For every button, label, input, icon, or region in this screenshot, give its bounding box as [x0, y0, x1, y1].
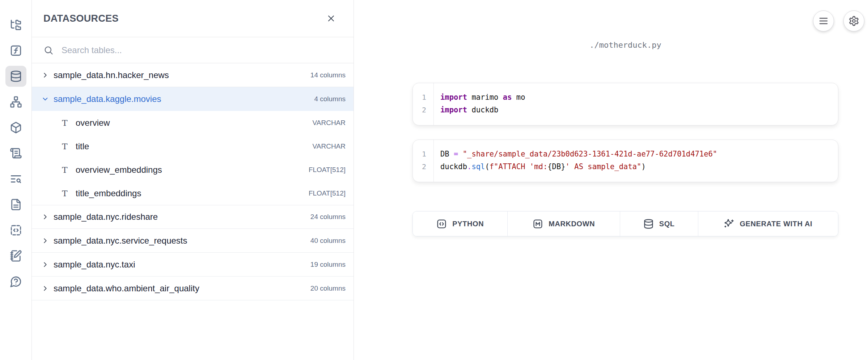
close-icon [326, 13, 336, 23]
code-token: mo [512, 93, 525, 102]
button-label: PYTHON [452, 220, 484, 228]
table-name: sample_data.nyc.rideshare [54, 212, 158, 222]
chevron-right-icon[interactable] [41, 284, 49, 292]
sidebar-item-documentation[interactable] [5, 194, 26, 215]
code-token: import [440, 93, 467, 102]
table-name: sample_data.nyc.taxi [54, 260, 135, 270]
table-columns-count: 4 columns [314, 95, 346, 103]
text-type-icon: T [60, 165, 70, 175]
table-row[interactable]: sample_data.who.ambient_air_quality 20 c… [32, 277, 353, 300]
column-row[interactable]: T overview VARCHAR [32, 111, 353, 134]
sidebar-item-packages[interactable] [5, 117, 26, 138]
close-panel-button[interactable] [323, 10, 339, 26]
file-tree-icon [10, 19, 22, 31]
add-markdown-cell-button[interactable]: MARKDOWN [508, 211, 620, 236]
code-token: ( [485, 162, 489, 171]
page-title: DATASOURCES [43, 13, 323, 24]
code-token: . [467, 162, 471, 171]
code-token: as [503, 93, 512, 102]
code-line: DB = "_share/sample_data/23b0d623-1361-4… [440, 148, 834, 160]
code-token: ' AS sample_data" [566, 162, 642, 171]
code-token: "_share/sample_data/23b0d623-1361-421d-a… [463, 150, 717, 158]
text-type-icon: T [60, 189, 70, 198]
button-label: SQL [659, 220, 675, 228]
sidebar-item-logs[interactable] [5, 143, 26, 164]
document-icon [10, 198, 22, 211]
sidebar-item-dependencies[interactable] [5, 91, 26, 112]
column-type: FLOAT[512] [309, 189, 346, 197]
column-row[interactable]: T overview_embeddings FLOAT[512] [32, 158, 353, 181]
line-number-gutter: 1 2 [413, 140, 434, 182]
code-square-icon [436, 219, 447, 229]
help-icon [10, 275, 22, 288]
table-name: sample_data.nyc.service_requests [54, 236, 187, 246]
chevron-right-icon[interactable] [41, 71, 49, 79]
settings-button[interactable] [843, 10, 864, 31]
markdown-square-icon [533, 219, 543, 229]
table-columns-count: 20 columns [310, 284, 346, 292]
column-row[interactable]: T title VARCHAR [32, 134, 353, 158]
text-type-icon: T [60, 142, 70, 151]
sidebar-item-datasources[interactable] [5, 66, 26, 87]
sidebar-item-help[interactable] [5, 271, 26, 292]
column-type: VARCHAR [313, 142, 346, 150]
column-name: overview [76, 118, 110, 128]
code-line: import duckdb [440, 104, 834, 116]
code-token: marimo [467, 93, 503, 102]
table-columns-count: 40 columns [310, 237, 346, 245]
chevron-right-icon[interactable] [41, 261, 49, 269]
search-icon [43, 45, 54, 55]
search-input[interactable] [62, 45, 342, 55]
code-token: DB [440, 150, 454, 158]
datasources-panel: DATASOURCES sample_data.hn.hacker_news 1… [32, 0, 354, 360]
table-row[interactable]: sample_data.hn.hacker_news 14 columns [32, 63, 353, 87]
dependency-graph-icon [10, 96, 22, 108]
chevron-down-icon[interactable] [41, 95, 49, 103]
line-number-gutter: 1 2 [413, 83, 434, 125]
column-name: title [76, 141, 89, 151]
column-name: title_embeddings [76, 188, 141, 198]
table-columns-count: 14 columns [310, 71, 346, 79]
chevron-right-icon[interactable] [41, 237, 49, 245]
column-type: FLOAT[512] [309, 166, 346, 174]
table-row[interactable]: sample_data.nyc.taxi 19 columns [32, 253, 353, 277]
table-row[interactable]: sample_data.nyc.rideshare 24 columns [32, 205, 353, 229]
add-python-cell-button[interactable]: PYTHON [413, 211, 508, 236]
marimo-app: DATASOURCES sample_data.hn.hacker_news 1… [0, 0, 868, 360]
line-number: 1 [413, 148, 426, 160]
code-token: duckdb [440, 162, 467, 171]
add-cell-toolbar: PYTHON MARKDOWN SQL GENERATE WITH AI [412, 211, 838, 236]
package-icon [10, 121, 22, 134]
column-type: VARCHAR [313, 119, 346, 127]
column-name: overview_embeddings [76, 165, 162, 175]
notebook-column: ./motherduck.py 1 2 import marimo as mo … [412, 0, 838, 236]
code-token: ) [641, 162, 645, 171]
search-list-icon [10, 173, 22, 185]
notebook-filename: ./motherduck.py [412, 40, 838, 50]
code-line: import marimo as mo [440, 91, 834, 104]
code-cell[interactable]: 1 2 DB = "_share/sample_data/23b0d623-13… [412, 140, 838, 182]
chevron-right-icon[interactable] [41, 213, 49, 221]
generate-with-ai-button[interactable]: GENERATE WITH AI [698, 211, 838, 236]
code-cell[interactable]: 1 2 import marimo as mo import duckdb [412, 83, 838, 125]
table-name: sample_data.who.ambient_air_quality [54, 283, 199, 293]
line-number: 2 [413, 104, 426, 116]
column-row[interactable]: T title_embeddings FLOAT[512] [32, 181, 353, 205]
table-row-selected[interactable]: sample_data.kaggle.movies 4 columns [32, 87, 353, 111]
sidebar-item-scratchpad[interactable] [5, 245, 26, 266]
scratchpad-icon [10, 250, 22, 262]
database-icon [10, 70, 22, 82]
search-bar [32, 37, 353, 63]
sidebar-item-tracebacks[interactable] [5, 168, 26, 189]
sidebar-item-file-explorer[interactable] [5, 14, 26, 35]
code-editor[interactable]: import marimo as mo import duckdb [434, 83, 838, 125]
code-line: duckdb.sql(f"ATTACH 'md:{DB}' AS sample_… [440, 160, 834, 173]
code-token: f"ATTACH 'md: [490, 162, 547, 171]
add-sql-cell-button[interactable]: SQL [620, 211, 698, 236]
table-name: sample_data.hn.hacker_news [54, 70, 169, 80]
line-number: 1 [413, 91, 426, 104]
table-row[interactable]: sample_data.nyc.service_requests 40 colu… [32, 229, 353, 253]
sidebar-item-variables[interactable] [5, 40, 26, 61]
sidebar-item-snippets[interactable] [5, 220, 26, 241]
code-editor[interactable]: DB = "_share/sample_data/23b0d623-1361-4… [434, 140, 838, 182]
